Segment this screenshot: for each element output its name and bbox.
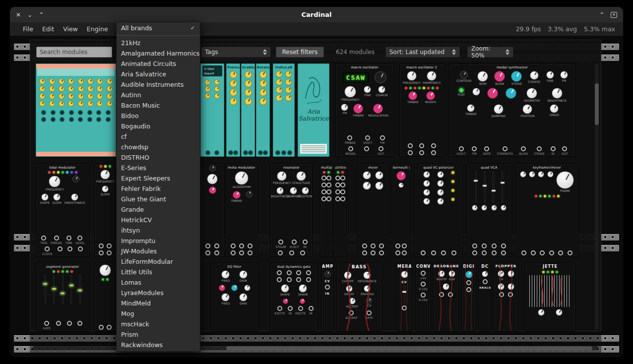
knob-label: BLOW xyxy=(495,82,504,86)
brand-menu-item[interactable]: Autinn xyxy=(117,90,200,100)
module-card[interactable]: resonatorFREQUENCYSTRUCTUREBRIGHTNESSDAM… xyxy=(270,164,313,257)
brand-menu-item[interactable]: Little Utils xyxy=(117,267,200,277)
module-card[interactable]: quad VCA xyxy=(466,164,512,257)
brand-menu-item[interactable]: E-Series xyxy=(117,163,200,173)
brand-menu-item[interactable]: Amalgamated Harmonics xyxy=(117,48,200,59)
knob-pointer xyxy=(286,299,287,301)
module-card[interactable]: mixer xyxy=(357,164,389,257)
white-knob xyxy=(277,171,287,181)
brand-menu-item[interactable]: All brands✓ xyxy=(117,22,200,33)
brand-menu-item[interactable]: Audible Instruments xyxy=(117,79,200,90)
module-card[interactable] xyxy=(94,263,116,331)
resize-grip[interactable] xyxy=(612,344,620,354)
brand-menu-item[interactable]: Bacon Music xyxy=(117,100,200,111)
vertical-scrollbar[interactable] xyxy=(595,63,599,330)
knob-pointer xyxy=(541,310,543,312)
jack xyxy=(531,250,536,255)
module-card[interactable]: rt ObolDepart xyxy=(200,63,224,157)
jack-socket xyxy=(562,146,567,151)
slider-thumb xyxy=(52,288,56,290)
module-label: CV xyxy=(322,278,333,284)
brand-menu-item[interactable]: LyraeModules xyxy=(117,288,200,298)
module-card[interactable]: keyframer/mixerFRAME xyxy=(516,164,578,257)
brand-menu-item[interactable]: Fehler Fabrik xyxy=(117,183,200,194)
module-card[interactable]: dual dynamics gateSHAPESHAPEEXCITEINEXCI… xyxy=(270,263,317,331)
jack-socket xyxy=(499,292,504,297)
vertical-scrollbar-thumb[interactable] xyxy=(595,83,599,125)
module-card[interactable]: tidal modulatorFREQUENCYSHAPESLOPESMOOTH… xyxy=(36,164,89,257)
jack-label: STRUM xyxy=(275,245,286,248)
brand-menu-item[interactable]: Lomas xyxy=(117,277,200,288)
knob-pointer xyxy=(234,286,236,288)
module-card[interactable]: CONV+5V0-10V0-10V xyxy=(416,263,431,331)
brand-menu-item[interactable]: LifeFormModular xyxy=(117,256,200,267)
brand-menu-item[interactable]: Prism xyxy=(117,329,200,340)
jack xyxy=(521,250,526,255)
module-card[interactable]: AriaSalvatrice xyxy=(298,63,329,157)
knob-pointer xyxy=(280,188,282,190)
module-card[interactable] xyxy=(200,164,224,257)
white-knob xyxy=(49,176,61,187)
jack: V/OCT xyxy=(290,240,299,248)
module-card[interactable]: DEADBANDWIDTHGAP xyxy=(433,263,459,331)
module-card[interactable]: bernoulli gate xyxy=(392,164,410,257)
jack xyxy=(379,250,384,255)
brand-menu-item[interactable]: JW-Modules xyxy=(117,246,200,256)
brand-menu-item[interactable]: Aria Salvatrice xyxy=(117,69,200,79)
yellow-knob xyxy=(87,86,93,92)
white-knob xyxy=(538,171,544,178)
module-card[interactable]: DIGI xyxy=(461,263,476,331)
module-card[interactable]: AMPCVIN xyxy=(321,263,333,331)
knob-pointer xyxy=(248,81,250,83)
brand-menu-item[interactable]: HetrickCV xyxy=(117,215,200,225)
brand-menu-item[interactable]: ihtsyn xyxy=(117,225,200,236)
brand-menu-item[interactable]: Rackwindows xyxy=(117,340,200,350)
white-knob xyxy=(526,88,537,99)
brand-menu-item[interactable]: Animated Circuits xyxy=(117,59,200,69)
horizontal-scrollbar-thumb[interactable] xyxy=(226,346,592,350)
module-card[interactable]: macro oscillator 2FREQUENCYHARMONICSTIMB… xyxy=(399,63,444,157)
module-card[interactable]: utilities xyxy=(334,164,347,257)
module-card[interactable]: FLOPPERCV xyxy=(494,263,518,331)
jack: OUT xyxy=(562,146,568,155)
knob-label: MORPH xyxy=(425,101,436,104)
module-card[interactable]: UnDuLaR xyxy=(273,63,295,157)
brand-menu-item[interactable]: Expert Sleepers xyxy=(117,173,200,183)
brand-menu-item[interactable]: Bidoo xyxy=(117,111,200,121)
module-card[interactable]: segment generatorGATE xyxy=(36,263,89,331)
brand-menu-item[interactable]: chowdsp xyxy=(117,142,200,152)
brand-menu-item[interactable]: cf xyxy=(117,131,200,142)
module-card[interactable]: Rotatoes xyxy=(256,63,270,157)
brand-menu-item[interactable]: Impromptu xyxy=(117,236,200,246)
brand-menu-item[interactable]: mscHack xyxy=(117,319,200,329)
module-card[interactable]: Pokies xyxy=(226,63,240,157)
brand-menu-item[interactable]: Glue the Giant xyxy=(117,194,200,204)
slider-thumb xyxy=(43,283,48,285)
brand-menu-item[interactable]: Grande xyxy=(117,204,200,215)
module-card[interactable] xyxy=(36,63,116,157)
module-card[interactable]: modal synthesizerCONTOURBOWBLOWSTRIKECOA… xyxy=(449,63,575,157)
knob-label: GEOMETRY xyxy=(524,99,540,103)
module-card[interactable]: quad VC-polarizer xyxy=(414,164,463,257)
ledy-knob xyxy=(451,189,454,192)
brand-menu-item[interactable]: 21kHz xyxy=(117,38,200,48)
module-card[interactable]: DCANALOG xyxy=(479,263,491,331)
module-card[interactable]: JETTE xyxy=(525,263,575,331)
brand-menu-item[interactable]: MindMeld xyxy=(117,298,200,308)
module-card[interactable]: Grabby xyxy=(241,63,255,157)
jack xyxy=(362,250,367,255)
white-knob xyxy=(556,309,563,316)
knob-pointer xyxy=(431,92,433,95)
brand-menu-item[interactable]: Bogaudio xyxy=(117,121,200,131)
module-card[interactable]: macro oscillatorCSAWFREQUENCYFINECOARSEF… xyxy=(335,63,394,157)
brand-menu-item[interactable]: DISTRHO xyxy=(117,152,200,163)
module-card[interactable]: FREQUENCYSLOPE xyxy=(94,164,116,257)
module-card[interactable]: EQ filterFREQGAINFREQGAIN xyxy=(211,263,258,331)
knob-row xyxy=(392,170,410,182)
module-card[interactable]: multiples xyxy=(320,164,333,257)
brand-menu-item[interactable]: Mog xyxy=(117,308,200,319)
module-card[interactable]: BASSCUTOFFRESONANCEDECAYENVMODACCENTCVAC… xyxy=(336,263,382,331)
module-card[interactable]: MERACV xyxy=(397,263,412,331)
knob-pointer xyxy=(441,190,442,192)
module-card[interactable]: meta modulatorALGORITHMTIMBRE xyxy=(226,164,257,257)
